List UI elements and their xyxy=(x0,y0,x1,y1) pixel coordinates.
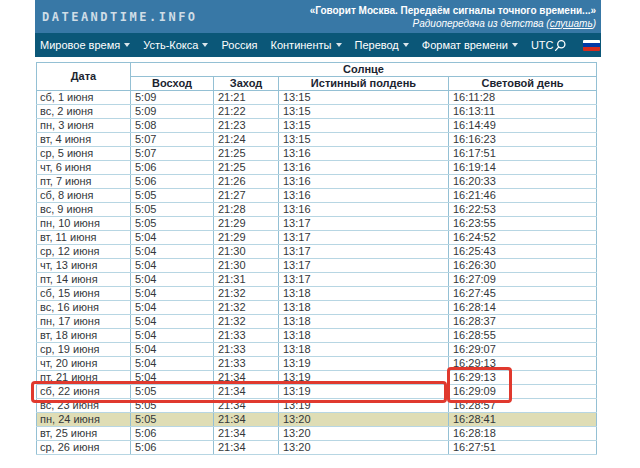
cell-date: сб, 15 июня xyxy=(37,287,131,301)
navbar: Мировое времяУсть-КоксаРоссияКонтинентыП… xyxy=(35,33,601,57)
listen-link[interactable]: слушать xyxy=(550,18,593,29)
cell-sunrise: 5:05 xyxy=(131,189,214,203)
cell-date: пн, 24 июня xyxy=(37,413,131,427)
cell-daylength: 16:19:14 xyxy=(449,161,597,175)
tagline-line2-prefix: Радиопередача из детства ( xyxy=(413,18,550,29)
cell-sunrise: 5:06 xyxy=(131,441,214,455)
nav-item-ust-koksa[interactable]: Усть-Кокса xyxy=(143,39,208,51)
table-row: пн, 10 июня5:0521:2913:1716:23:55 xyxy=(37,217,597,231)
cell-daylength: 16:23:55 xyxy=(449,217,597,231)
cell-date: пт, 7 июня xyxy=(37,175,131,189)
cell-sunset: 21:28 xyxy=(214,203,279,217)
cell-noon: 13:17 xyxy=(279,245,449,259)
cell-noon: 13:19 xyxy=(279,385,449,399)
cell-daylength: 16:25:43 xyxy=(449,245,597,259)
nav-item-time-format[interactable]: Формат времени xyxy=(422,39,518,51)
cell-daylength: 16:27:09 xyxy=(449,273,597,287)
cell-noon: 13:17 xyxy=(279,217,449,231)
cell-sunset: 21:31 xyxy=(214,273,279,287)
cell-sunrise: 5:04 xyxy=(131,245,214,259)
cell-daylength: 16:22:53 xyxy=(449,203,597,217)
col-header-noon: Истинный полдень xyxy=(279,77,449,91)
cell-sunrise: 5:06 xyxy=(131,427,214,441)
cell-sunset: 21:27 xyxy=(214,189,279,203)
cell-daylength: 16:27:45 xyxy=(449,287,597,301)
cell-noon: 13:18 xyxy=(279,301,449,315)
cell-sunrise: 5:08 xyxy=(131,119,214,133)
cell-noon: 13:16 xyxy=(279,147,449,161)
cell-noon: 13:18 xyxy=(279,287,449,301)
table-row: пн, 3 июня5:0821:2313:1516:14:49 xyxy=(37,119,597,133)
table-row: ср, 26 июня5:0621:3413:2016:27:51 xyxy=(37,441,597,455)
cell-sunrise: 5:04 xyxy=(131,315,214,329)
cell-date: пт, 21 июня xyxy=(37,371,131,385)
table-row: чт, 6 июня5:0621:2513:1616:19:14 xyxy=(37,161,597,175)
cell-date: вс, 2 июня xyxy=(37,105,131,119)
cell-sunset: 21:32 xyxy=(214,287,279,301)
cell-noon: 13:16 xyxy=(279,161,449,175)
cell-noon: 13:16 xyxy=(279,175,449,189)
chevron-down-icon xyxy=(603,43,609,47)
tagline-line2-suffix: ) xyxy=(593,18,596,29)
table-row: вс, 23 июня5:0521:3413:1916:28:57 xyxy=(37,399,597,413)
cell-date: сб, 8 июня xyxy=(37,189,131,203)
nav-item-continents[interactable]: Континенты xyxy=(271,39,342,51)
table-row: пт, 7 июня5:0621:2613:1616:20:33 xyxy=(37,175,597,189)
cell-sunset: 21:32 xyxy=(214,301,279,315)
table-row: сб, 22 июня5:0521:3413:1916:29:09 xyxy=(37,385,597,399)
cell-noon: 13:15 xyxy=(279,119,449,133)
cell-sunset: 21:29 xyxy=(214,231,279,245)
cell-sunrise: 5:07 xyxy=(131,133,214,147)
table-row: пт, 21 июня5:0421:3413:1916:29:13 xyxy=(37,371,597,385)
cell-sunrise: 5:04 xyxy=(131,343,214,357)
cell-daylength: 16:27:51 xyxy=(449,441,597,455)
cell-noon: 13:18 xyxy=(279,329,449,343)
cell-date: пн, 17 июня xyxy=(37,315,131,329)
cell-sunrise: 5:05 xyxy=(131,217,214,231)
cell-daylength: 16:26:30 xyxy=(449,259,597,273)
cell-sunset: 21:34 xyxy=(214,427,279,441)
col-header-daylength: Световой день xyxy=(449,77,597,91)
nav-item-label: Перевод xyxy=(355,39,399,51)
cell-noon: 13:18 xyxy=(279,343,449,357)
chevron-down-icon xyxy=(124,43,130,47)
cell-sunrise: 5:07 xyxy=(131,147,214,161)
nav-item-russia[interactable]: Россия xyxy=(221,39,257,51)
cell-sunrise: 5:09 xyxy=(131,91,214,105)
cell-date: вт, 18 июня xyxy=(37,329,131,343)
cell-sunset: 21:32 xyxy=(214,315,279,329)
search-icon[interactable] xyxy=(554,39,567,52)
cell-noon: 13:19 xyxy=(279,399,449,413)
col-header-sun: Солнце xyxy=(131,63,597,77)
cell-date: пн, 3 июня xyxy=(37,119,131,133)
cell-sunset: 21:34 xyxy=(214,385,279,399)
cell-sunrise: 5:04 xyxy=(131,259,214,273)
cell-daylength: 16:13:11 xyxy=(449,105,597,119)
chevron-down-icon xyxy=(512,43,518,47)
language-menu[interactable] xyxy=(583,40,609,51)
cell-noon: 13:18 xyxy=(279,315,449,329)
cell-daylength: 16:28:41 xyxy=(449,413,597,427)
cell-sunrise: 5:04 xyxy=(131,273,214,287)
site-logo[interactable]: DATEANDTIME.INFO xyxy=(42,10,198,24)
col-header-sunset: Заход xyxy=(214,77,279,91)
cell-date: ср, 12 июня xyxy=(37,245,131,259)
table-row: пт, 14 июня5:0421:3113:1716:27:09 xyxy=(37,273,597,287)
table-row: вс, 9 июня5:0521:2813:1616:22:53 xyxy=(37,203,597,217)
nav-item-utc[interactable]: UTC xyxy=(531,39,554,51)
nav-item-world-time[interactable]: Мировое время xyxy=(40,39,130,51)
cell-sunset: 21:30 xyxy=(214,259,279,273)
cell-noon: 13:16 xyxy=(279,189,449,203)
cell-date: пн, 10 июня xyxy=(37,217,131,231)
cell-date: вс, 23 июня xyxy=(37,399,131,413)
nav-item-label: Континенты xyxy=(271,39,332,51)
cell-noon: 13:15 xyxy=(279,133,449,147)
tagline-line2: Радиопередача из детства (слушать) xyxy=(310,17,596,30)
cell-daylength: 16:16:23 xyxy=(449,133,597,147)
tagline-line1: «Говорит Москва. Передаём сигналы точног… xyxy=(310,4,596,17)
col-header-sunrise: Восход xyxy=(131,77,214,91)
cell-date: сб, 22 июня xyxy=(37,385,131,399)
cell-daylength: 16:29:13 xyxy=(449,371,597,385)
nav-item-converter[interactable]: Перевод xyxy=(355,39,409,51)
table-row: пн, 17 июня5:0421:3213:1816:28:37 xyxy=(37,315,597,329)
